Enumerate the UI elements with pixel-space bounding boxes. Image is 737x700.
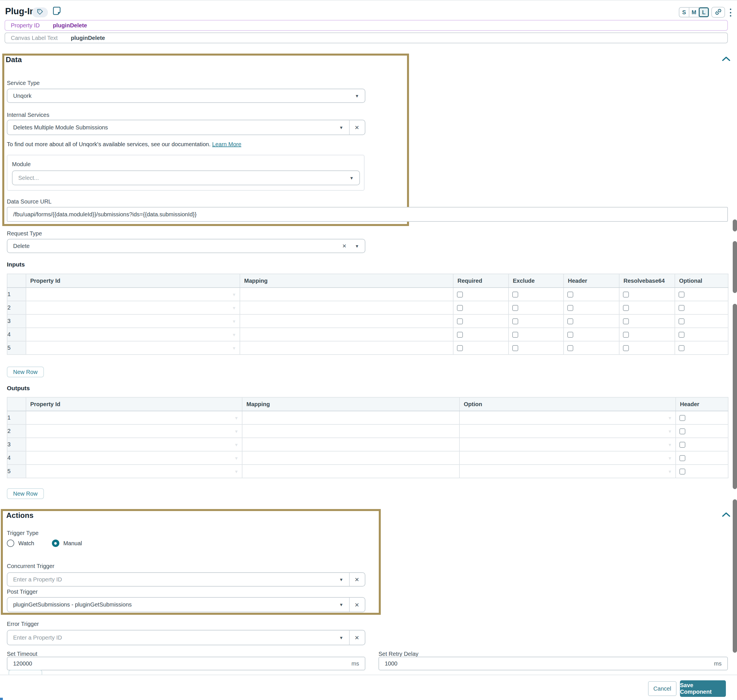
checkbox-header[interactable]	[567, 345, 573, 351]
property-id-field[interactable]: Property ID pluginDelete	[4, 20, 728, 31]
scrollbar-thumb[interactable]	[733, 304, 737, 489]
chevron-down-icon[interactable]: ▼	[349, 176, 354, 181]
cell-text-mapping[interactable]	[242, 411, 460, 424]
checkbox-required[interactable]	[457, 318, 463, 324]
checkbox-exclude[interactable]	[512, 318, 518, 324]
inputs-new-row-button[interactable]: New Row	[7, 366, 44, 377]
clear-icon[interactable]: ×	[342, 243, 346, 249]
checkbox-exclude[interactable]	[512, 332, 518, 338]
cell-text-mapping[interactable]	[240, 315, 453, 328]
cell-select-property-id[interactable]: ▼	[26, 288, 240, 301]
cell-select-property-id[interactable]: ▼	[26, 301, 240, 315]
radio-manual[interactable]	[52, 540, 59, 547]
service-type-select[interactable]: Unqork ▼	[7, 89, 366, 103]
checkbox-optional[interactable]	[678, 345, 684, 351]
cell-text-mapping[interactable]	[240, 301, 453, 315]
checkbox-resolvebase64[interactable]	[623, 305, 629, 311]
duplicate-icon-button[interactable]	[53, 7, 61, 16]
cell-text-mapping[interactable]	[240, 288, 453, 301]
clipped-button[interactable]	[9, 670, 42, 675]
save-component-button[interactable]: Save Component	[680, 680, 726, 697]
cell-select-option[interactable]: ▼	[460, 424, 676, 438]
checkbox-resolvebase64[interactable]	[623, 332, 629, 338]
checkbox-header[interactable]	[567, 318, 573, 324]
checkbox-header[interactable]	[680, 442, 685, 448]
checkbox-header[interactable]	[567, 291, 573, 297]
checkbox-header[interactable]	[567, 332, 573, 338]
cell-select-option[interactable]: ▼	[460, 451, 676, 465]
chevron-down-icon[interactable]: ▼	[355, 244, 359, 249]
cell-select-property-id[interactable]: ▼	[26, 328, 240, 341]
concurrent-trigger-select[interactable]: Enter a Property ID ▼ ×	[7, 572, 366, 587]
clear-icon[interactable]: ×	[355, 634, 359, 641]
checkbox-resolvebase64[interactable]	[623, 291, 629, 297]
cell-select-property-id[interactable]: ▼	[26, 411, 242, 424]
scrollbar-thumb[interactable]	[733, 499, 737, 653]
checkbox-exclude[interactable]	[512, 305, 518, 311]
actions-collapse-chevron-icon[interactable]	[721, 511, 731, 518]
data-source-url-input[interactable]: /fbu/uapi/forms/{{data.moduleId}}/submis…	[7, 207, 728, 222]
module-select[interactable]: Select... ▼	[12, 171, 360, 185]
chevron-down-icon[interactable]: ▼	[339, 125, 343, 130]
cell-select-option[interactable]: ▼	[460, 411, 676, 424]
radio-watch[interactable]	[7, 540, 14, 547]
checkbox-exclude[interactable]	[512, 291, 518, 297]
cell-select-option[interactable]: ▼	[460, 465, 676, 478]
size-option-l[interactable]: L	[699, 8, 709, 17]
cell-select-property-id[interactable]: ▼	[26, 424, 242, 438]
learn-more-link[interactable]: Learn More	[212, 141, 241, 147]
scrollbar-thumb[interactable]	[733, 219, 737, 231]
cell-select-option[interactable]: ▼	[460, 438, 676, 451]
error-trigger-select[interactable]: Enter a Property ID ▼ ×	[7, 630, 366, 645]
checkbox-header[interactable]	[680, 455, 685, 461]
checkbox-optional[interactable]	[678, 305, 684, 311]
cell-select-property-id[interactable]: ▼	[26, 341, 240, 354]
post-trigger-select[interactable]: pluginGetSubmissions - pluginGetSubmissi…	[7, 597, 366, 612]
cell-select-property-id[interactable]: ▼	[26, 465, 242, 478]
tag-icon-button[interactable]	[32, 7, 48, 18]
chevron-down-icon[interactable]: ▼	[339, 602, 343, 607]
clear-icon[interactable]: ×	[355, 601, 359, 609]
outputs-new-row-button[interactable]: New Row	[7, 488, 44, 499]
checkbox-resolvebase64[interactable]	[623, 345, 629, 351]
clear-icon[interactable]: ×	[355, 124, 359, 131]
kebab-menu-button[interactable]	[728, 8, 733, 17]
cell-select-property-id[interactable]: ▼	[26, 438, 242, 451]
checkbox-required[interactable]	[457, 345, 463, 351]
checkbox-header[interactable]	[680, 469, 685, 475]
chevron-down-icon[interactable]: ▼	[339, 635, 343, 640]
checkbox-resolvebase64[interactable]	[623, 318, 629, 324]
request-type-select[interactable]: Delete × ▼	[7, 239, 366, 253]
canvas-label-field[interactable]: Canvas Label Text pluginDelete	[4, 32, 728, 43]
checkbox-header[interactable]	[567, 305, 573, 311]
checkbox-optional[interactable]	[678, 291, 684, 297]
checkbox-required[interactable]	[457, 332, 463, 338]
checkbox-required[interactable]	[457, 305, 463, 311]
checkbox-header[interactable]	[680, 428, 685, 434]
link-button[interactable]	[711, 7, 725, 18]
chevron-down-icon[interactable]: ▼	[339, 577, 343, 582]
cell-text-mapping[interactable]	[242, 451, 460, 465]
set-timeout-input[interactable]: 120000 ms	[7, 657, 366, 671]
cell-text-mapping[interactable]	[242, 424, 460, 438]
cell-text-mapping[interactable]	[240, 328, 453, 341]
chevron-down-icon[interactable]: ▼	[355, 94, 359, 99]
cell-text-mapping[interactable]	[240, 341, 453, 354]
set-retry-delay-input[interactable]: 1000 ms	[379, 657, 728, 671]
cell-select-property-id[interactable]: ▼	[26, 315, 240, 328]
size-option-m[interactable]: M	[689, 8, 699, 17]
scrollbar-thumb[interactable]	[733, 241, 737, 293]
clear-icon[interactable]: ×	[355, 576, 359, 583]
cell-select-property-id[interactable]: ▼	[26, 451, 242, 465]
cancel-button[interactable]: Cancel	[648, 681, 677, 696]
checkbox-required[interactable]	[457, 291, 463, 297]
internal-services-select[interactable]: Deletes Multiple Module Submissions ▼ ×	[7, 120, 366, 135]
checkbox-optional[interactable]	[678, 332, 684, 338]
checkbox-header[interactable]	[680, 415, 685, 421]
cell-text-mapping[interactable]	[242, 465, 460, 478]
data-collapse-chevron-icon[interactable]	[721, 55, 731, 63]
checkbox-exclude[interactable]	[512, 345, 518, 351]
size-option-s[interactable]: S	[680, 8, 689, 17]
cell-text-mapping[interactable]	[242, 438, 460, 451]
checkbox-optional[interactable]	[678, 318, 684, 324]
